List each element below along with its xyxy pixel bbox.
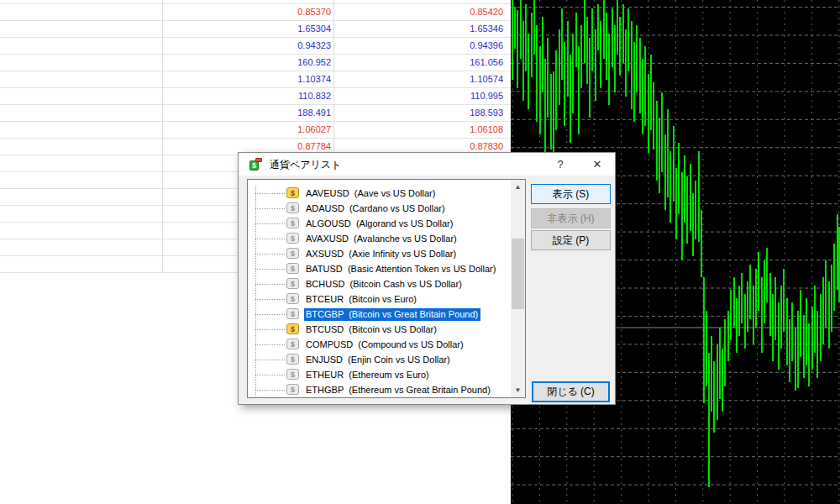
tree-connector	[255, 375, 285, 375]
tree-connector	[255, 223, 285, 224]
symbol-hidden-icon: $	[286, 233, 299, 244]
symbol-hidden-icon: $	[286, 354, 299, 365]
tree-connector	[255, 299, 285, 300]
ask-price: 1.10574	[340, 71, 503, 87]
ask-price: 110.995	[340, 87, 503, 104]
symbol-tree-list[interactable]: $AAVEUSD (Aave vs US Dollar)$ADAUSD (Car…	[247, 179, 526, 398]
symbol-label: AXSUSD (Axie Infinity vs US Dollar)	[304, 248, 459, 260]
tree-connector	[255, 284, 285, 285]
table-column-divider	[162, 0, 163, 273]
show-button[interactable]: 表示 (S)	[531, 184, 611, 204]
symbol-label: ALGOUSD (Algorand vs US Dollar)	[304, 218, 455, 230]
symbols-dialog: $ 通貨ペアリスト ? ✕ $AAVEUSD (Aave vs US Dolla…	[238, 152, 616, 405]
symbol-label: BTCEUR (Bitcoin vs Euro)	[304, 293, 419, 306]
symbol-hidden-icon: $	[286, 369, 299, 380]
symbol-label: AVAXUSD (Avalanche vs US Dollar)	[304, 233, 459, 245]
bid-price: 0.94323	[168, 37, 331, 54]
symbol-list-item[interactable]: $ETHGBP (Ethereum vs Great Britain Pound…	[248, 382, 511, 397]
scrollbar-thumb[interactable]	[512, 239, 524, 309]
tree-connector	[255, 314, 285, 315]
symbol-list-item[interactable]: $AXSUSD (Axie Infinity vs US Dollar)	[248, 246, 511, 261]
symbol-list-item[interactable]: $BATUSD (Basic Attention Token vs US Dol…	[248, 261, 511, 276]
settings-button[interactable]: 設定 (P)	[531, 230, 611, 250]
ask-price: 188.593	[340, 104, 503, 121]
ask-price: 1.65346	[340, 20, 503, 37]
symbol-label: ADAUSD (Cardano vs US Dollar)	[304, 202, 448, 215]
symbol-label: BTCGBP (Bitcoin vs Great Britain Pound)	[304, 308, 480, 321]
symbol-list-item[interactable]: $	[248, 397, 511, 398]
symbol-list-item[interactable]: $AVAXUSD (Avalanche vs US Dollar)	[248, 231, 511, 246]
ask-price: 0.94396	[340, 37, 503, 54]
tree-connector	[255, 344, 285, 345]
symbol-hidden-icon: $	[286, 263, 299, 274]
tree-connector	[255, 208, 285, 209]
symbol-label: ETHGBP (Ethereum vs Great Britain Pound)	[304, 384, 493, 396]
symbol-hidden-icon: $	[286, 384, 299, 395]
symbol-label: BCHUSD (Bitcoin Cash vs US Dollar)	[304, 278, 465, 291]
symbol-list-item[interactable]: $ENJUSD (Enjin Coin vs US Dollar)	[248, 352, 511, 367]
tree-connector	[255, 390, 285, 391]
tree-connector	[255, 269, 285, 270]
symbol-list-item[interactable]: $BTCUSD (Bitcoin vs US Dollar)	[248, 322, 511, 337]
bid-price: 0.85370	[168, 3, 331, 20]
symbol-list-item[interactable]: $ADAUSD (Cardano vs US Dollar)	[248, 201, 511, 216]
symbol-label: AAVEUSD (Aave vs US Dollar)	[304, 187, 438, 200]
close-button[interactable]: 閉じる (C)	[532, 381, 610, 402]
symbol-list-item[interactable]: $BTCGBP (Bitcoin vs Great Britain Pound)	[248, 307, 511, 322]
bid-price: 1.65304	[168, 20, 331, 37]
scroll-down-icon[interactable]: ▼	[511, 383, 525, 397]
dialog-title: 通貨ペアリスト	[270, 158, 341, 172]
symbol-list-item[interactable]: $AAVEUSD (Aave vs US Dollar)	[248, 186, 511, 201]
symbol-visible-icon: $	[286, 187, 299, 198]
tree-connector	[255, 254, 285, 255]
symbol-list-item[interactable]: $ETHEUR (Ethereum vs Euro)	[248, 367, 511, 382]
symbol-list-item[interactable]: $BCHUSD (Bitcoin Cash vs US Dollar)	[248, 276, 511, 291]
symbol-visible-icon: $	[286, 323, 299, 334]
tree-connector	[255, 193, 285, 194]
symbol-label: ETHEUR (Ethereum vs Euro)	[304, 369, 432, 381]
tree-connector	[255, 329, 285, 330]
symbol-hidden-icon: $	[286, 218, 299, 228]
dialog-titlebar[interactable]: $ 通貨ペアリスト ? ✕	[239, 153, 615, 176]
symbol-hidden-icon: $	[286, 248, 299, 259]
help-button[interactable]: ?	[546, 153, 575, 176]
symbols-dialog-icon: $	[249, 158, 262, 171]
symbol-list-item[interactable]: $COMPUSD (Compound vs US Dollar)	[248, 337, 511, 352]
close-icon[interactable]: ✕	[583, 153, 612, 176]
ask-price: 1.06108	[340, 121, 503, 138]
list-scrollbar[interactable]: ▲ ▼	[511, 180, 525, 397]
bid-price: 1.06027	[168, 121, 331, 138]
symbol-list-item[interactable]: $ALGOUSD (Algorand vs US Dollar)	[248, 216, 511, 231]
symbol-label: BTCUSD (Bitcoin vs US Dollar)	[304, 323, 439, 336]
symbol-hidden-icon: $	[286, 293, 299, 304]
bid-price: 110.832	[168, 87, 331, 104]
symbol-hidden-icon: $	[286, 339, 299, 349]
ask-price: 161.056	[340, 54, 503, 71]
bid-price: 188.491	[168, 104, 331, 121]
tree-connector	[255, 360, 285, 360]
hide-button[interactable]: 非表示 (H)	[531, 208, 611, 228]
bid-price: 160.952	[168, 54, 331, 71]
scroll-up-icon[interactable]: ▲	[511, 180, 525, 194]
app-window: 0.853700.854201.653041.653460.943230.943…	[0, 0, 840, 504]
symbol-list-item[interactable]: $BTCEUR (Bitcoin vs Euro)	[248, 291, 511, 307]
tree-connector	[255, 239, 285, 239]
symbol-label: BATUSD (Basic Attention Token vs US Doll…	[304, 263, 498, 276]
symbol-hidden-icon: $	[286, 202, 299, 213]
bid-price: 1.10374	[168, 71, 331, 87]
symbol-hidden-icon: $	[286, 308, 299, 319]
symbol-label: COMPUSD (Compound vs US Dollar)	[304, 339, 466, 351]
symbol-label: ENJUSD (Enjin Coin vs US Dollar)	[304, 354, 453, 366]
ask-price: 0.85420	[340, 3, 503, 20]
symbol-hidden-icon: $	[286, 278, 299, 289]
